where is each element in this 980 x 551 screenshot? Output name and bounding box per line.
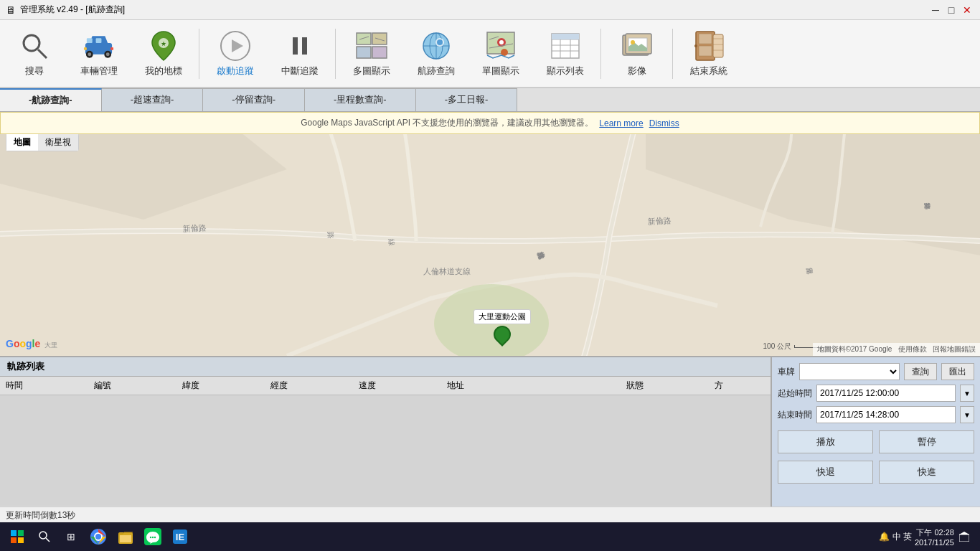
toolbar-track-query[interactable]: 航跡查詢 <box>405 23 466 84</box>
end-time-row: 結束時間 ▼ <box>778 406 974 423</box>
map-container[interactable]: 新倫路 新倫路 路 線 人倫林道支線 人倫林道支線 里路 鄉井林路 Google… <box>0 112 980 356</box>
taskbar-right: 🔔 中 英 下午 02:28 2017/11/25 <box>879 526 977 547</box>
tab-multi-report[interactable]: -多工日報- <box>416 88 518 111</box>
svg-text:IE: IE <box>176 532 185 542</box>
end-time-input[interactable] <box>816 406 956 423</box>
maximize-button[interactable]: □ <box>944 3 958 17</box>
app-icon: 🖥 <box>6 4 16 16</box>
toolbar-search[interactable]: 搜尋 <box>4 23 65 84</box>
toolbar-mymarks[interactable]: ★ 我的地標 <box>133 23 194 84</box>
notice-text: Google Maps JavaScript API 不支援您使用的瀏覽器，建議… <box>301 117 593 129</box>
car-icon <box>83 29 115 62</box>
start-time-row: 起始時間 ▼ <box>778 385 974 402</box>
window-title: 管理系統 v2.49 - [航跡查詢] <box>20 4 125 16</box>
toolbar-start-track[interactable]: 啟動追蹤 <box>204 23 265 84</box>
vehicle-row: 車牌 查詢 匯出 <box>778 363 974 380</box>
toolbar-show-list[interactable]: 顯示列表 <box>534 23 595 84</box>
start-button[interactable] <box>3 522 32 551</box>
svg-rect-48 <box>699 46 712 56</box>
svg-rect-74 <box>959 534 969 542</box>
taskbar-search-button[interactable] <box>32 524 57 550</box>
svg-rect-59 <box>11 537 17 543</box>
tab-speed-query[interactable]: -超速查詢- <box>102 88 204 111</box>
col-lat: 緯度 <box>176 377 265 395</box>
copyright-text: 地圖資料©2017 Google <box>817 345 892 353</box>
taskbar-explorer[interactable] <box>113 524 138 550</box>
pause-button[interactable]: 暫停 <box>879 430 974 453</box>
svg-rect-41 <box>552 34 579 39</box>
map-marker: 大里運動公園 <box>473 309 531 343</box>
learn-more-link[interactable]: Learn more <box>599 118 643 128</box>
notification-button[interactable] <box>957 526 971 547</box>
road-label-vert1: 路 <box>325 231 336 239</box>
svg-rect-9 <box>84 47 87 50</box>
taskbar-line[interactable] <box>140 524 166 550</box>
toolbar-vehicle[interactable]: 車輛管理 <box>68 23 129 84</box>
toolbar-exit[interactable]: 結束系統 <box>678 23 739 84</box>
map-notice: Google Maps JavaScript API 不支援您使用的瀏覽器，建議… <box>0 112 980 134</box>
svg-marker-14 <box>232 39 243 52</box>
play-button[interactable]: 播放 <box>778 430 873 453</box>
toolbar-single-label: 單圖顯示 <box>482 65 519 77</box>
svg-point-28 <box>437 39 443 45</box>
track-list-title: 軌跡列表 <box>0 357 771 377</box>
svg-marker-75 <box>959 532 969 534</box>
svg-point-70 <box>152 537 154 538</box>
map-view-satellite[interactable]: 衛星視 <box>38 134 78 151</box>
end-time-calendar[interactable]: ▼ <box>960 406 974 423</box>
dismiss-link[interactable]: Dismiss <box>649 118 679 128</box>
col-address: 地址 <box>441 377 621 395</box>
taskbar-app5[interactable]: IE <box>167 524 193 550</box>
svg-point-69 <box>150 537 151 538</box>
taskbar: ⊞ IE <box>0 522 980 551</box>
track-table[interactable]: 時間 編號 緯度 經度 速度 地址 狀態 方 <box>0 377 771 507</box>
start-time-calendar[interactable]: ▼ <box>960 385 974 402</box>
svg-rect-20 <box>372 47 387 58</box>
start-time-input[interactable] <box>816 385 956 402</box>
forward-button[interactable]: 快進 <box>879 461 974 484</box>
marker-icon: ★ <box>147 29 179 62</box>
clock-time: 下午 02:28 <box>915 527 954 538</box>
globe-icon <box>420 29 452 62</box>
tab-mileage-query[interactable]: -里程數查詢- <box>305 88 416 111</box>
toolbar-multi-display[interactable]: 多圖顯示 <box>341 23 402 84</box>
export-button[interactable]: 匯出 <box>941 363 974 380</box>
svg-rect-10 <box>110 47 113 50</box>
svg-point-71 <box>154 537 156 538</box>
road-label-xinlun-right: 新倫路 <box>647 215 672 228</box>
svg-rect-4 <box>96 38 102 43</box>
svg-point-8 <box>106 52 110 56</box>
rewind-button[interactable]: 快退 <box>778 461 873 484</box>
map-footer: 地圖資料©2017 Google 使用條款 回報地圖錯誤 <box>813 343 980 356</box>
taskbar-chrome[interactable] <box>85 524 111 550</box>
svg-text:★: ★ <box>161 40 166 47</box>
toolbar-single-display[interactable]: 單圖顯示 <box>470 23 531 84</box>
col-time: 時間 <box>0 377 88 395</box>
report-error-link[interactable]: 回報地圖錯誤 <box>933 345 976 353</box>
map-view-map[interactable]: 地圖 <box>6 134 38 151</box>
toolbar-image[interactable]: 影像 <box>606 23 667 84</box>
tab-track-query[interactable]: -航跡查詢- <box>0 88 102 111</box>
minimize-button[interactable]: ─ <box>928 3 943 17</box>
svg-rect-17 <box>357 33 371 44</box>
toolbar-start-label: 啟動追蹤 <box>217 65 254 77</box>
toolbar-stop-track[interactable]: 中斷追蹤 <box>269 23 330 84</box>
title-bar: 🖥 管理系統 v2.49 - [航跡查詢] ─ □ ✕ <box>0 0 980 20</box>
svg-rect-3 <box>87 38 93 43</box>
bottom-panel: 軌跡列表 時間 編號 緯度 經度 速度 地址 狀態 方 <box>0 356 980 507</box>
road-label-xinlun-left: 新倫路 <box>182 222 207 235</box>
vehicle-select[interactable] <box>799 363 900 380</box>
usage-terms-link[interactable]: 使用條款 <box>898 345 927 353</box>
toolbar-exit-label: 結束系統 <box>690 65 727 77</box>
tab-stop-query[interactable]: -停留查詢- <box>203 88 305 111</box>
svg-rect-16 <box>302 37 307 55</box>
taskbar-task-view[interactable]: ⊞ <box>58 524 84 550</box>
query-button[interactable]: 查詢 <box>904 363 937 380</box>
vehicle-label: 車牌 <box>778 366 795 378</box>
toolbar-showlist-label: 顯示列表 <box>547 65 584 77</box>
toolbar-vehicle-label: 車輛管理 <box>80 65 118 77</box>
toolbar: 搜尋 車輛管理 ★ <box>0 20 980 88</box>
svg-rect-67 <box>120 535 131 542</box>
close-button[interactable]: ✕ <box>960 3 974 17</box>
marker-pin <box>490 322 514 347</box>
